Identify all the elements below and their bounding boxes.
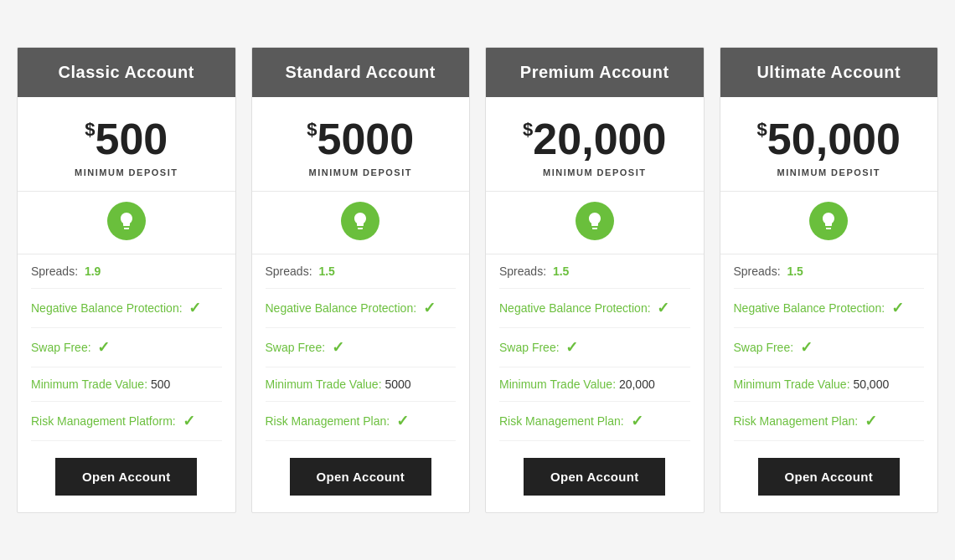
swap-free-row-standard: Swap Free: ✓ — [266, 328, 457, 367]
swap-free-row-classic: Swap Free: ✓ — [31, 328, 222, 367]
bulb-icon-premium — [576, 202, 614, 240]
features-list-premium: Spreads: 1.5 Negative Balance Protection… — [486, 254, 704, 441]
swap-free-check-classic: ✓ — [97, 338, 110, 357]
swap-free-label-premium: Swap Free: — [499, 341, 562, 354]
pricing-card-standard: Standard Account $ 5000 MINIMUM DEPOSIT … — [251, 47, 471, 513]
min-deposit-label-premium: MINIMUM DEPOSIT — [486, 167, 704, 191]
card-footer-ultimate: Open Account — [720, 441, 938, 512]
risk-mgmt-label-premium: Risk Management Plan: — [499, 414, 627, 428]
risk-mgmt-check-classic: ✓ — [183, 412, 195, 430]
spreads-value-premium: 1.5 — [553, 265, 569, 278]
open-account-button-premium[interactable]: Open Account — [524, 458, 665, 496]
card-amount-standard: $ 5000 — [252, 97, 470, 167]
bulb-icon-standard — [341, 202, 379, 240]
spreads-value-standard: 1.5 — [318, 265, 334, 278]
risk-mgmt-check-premium: ✓ — [631, 412, 643, 430]
risk-mgmt-row-classic: Risk Management Platform: ✓ — [31, 402, 222, 441]
spreads-label-premium: Spreads: — [499, 265, 550, 278]
card-footer-standard: Open Account — [252, 441, 470, 512]
min-trade-value-ultimate: 50,000 — [853, 378, 889, 391]
risk-mgmt-label-ultimate: Risk Management Plan: — [734, 414, 862, 428]
swap-free-label-standard: Swap Free: — [266, 341, 328, 354]
open-account-button-classic[interactable]: Open Account — [55, 458, 197, 496]
card-amount-classic: $ 500 — [18, 97, 235, 167]
risk-mgmt-row-ultimate: Risk Management Plan: ✓ — [734, 402, 925, 441]
min-trade-label-standard: Minimum Trade Value: — [266, 378, 385, 391]
bulb-icon-classic — [107, 202, 146, 240]
negative-balance-row-ultimate: Negative Balance Protection: ✓ — [734, 289, 925, 328]
negative-balance-check-ultimate: ✓ — [891, 299, 904, 317]
negative-balance-check-standard: ✓ — [423, 299, 436, 317]
spreads-label-classic: Spreads: — [31, 265, 81, 278]
amount-number-classic: 500 — [95, 117, 168, 161]
icon-row-ultimate — [720, 191, 938, 254]
bulb-svg-premium — [585, 211, 605, 231]
card-amount-ultimate: $ 50,000 — [720, 97, 938, 167]
spreads-row-standard: Spreads: 1.5 — [266, 254, 457, 289]
bulb-icon-ultimate — [809, 202, 848, 240]
risk-mgmt-check-ultimate: ✓ — [865, 412, 877, 430]
currency-sign-classic: $ — [85, 121, 95, 139]
swap-free-check-ultimate: ✓ — [800, 338, 813, 357]
spreads-value-ultimate: 1.5 — [787, 265, 803, 278]
currency-sign-standard: $ — [307, 121, 317, 139]
spreads-value-classic: 1.9 — [85, 265, 101, 278]
min-trade-label-classic: Minimum Trade Value: — [31, 378, 151, 391]
card-header-standard: Standard Account — [252, 48, 470, 97]
open-account-button-ultimate[interactable]: Open Account — [758, 458, 900, 496]
card-footer-premium: Open Account — [486, 441, 704, 512]
features-list-standard: Spreads: 1.5 Negative Balance Protection… — [252, 254, 470, 441]
swap-free-row-premium: Swap Free: ✓ — [499, 328, 690, 367]
icon-row-classic — [18, 191, 235, 254]
risk-mgmt-label-classic: Risk Management Platform: — [31, 414, 179, 428]
card-header-classic: Classic Account — [18, 48, 235, 97]
spreads-row-classic: Spreads: 1.9 — [31, 254, 222, 289]
icon-row-premium — [486, 191, 704, 254]
pricing-card-premium: Premium Account $ 20,000 MINIMUM DEPOSIT… — [485, 47, 705, 513]
negative-balance-label-ultimate: Negative Balance Protection: — [734, 301, 888, 315]
min-trade-label-ultimate: Minimum Trade Value: — [734, 378, 854, 391]
min-deposit-label-ultimate: MINIMUM DEPOSIT — [720, 167, 938, 191]
swap-free-check-standard: ✓ — [332, 338, 344, 357]
min-trade-value-classic: 500 — [151, 378, 170, 391]
card-header-ultimate: Ultimate Account — [720, 48, 938, 97]
swap-free-row-ultimate: Swap Free: ✓ — [734, 328, 925, 367]
pricing-card-ultimate: Ultimate Account $ 50,000 MINIMUM DEPOSI… — [720, 47, 939, 513]
negative-balance-label-standard: Negative Balance Protection: — [266, 301, 420, 315]
min-trade-value-standard: 5000 — [385, 378, 410, 391]
min-deposit-label-classic: MINIMUM DEPOSIT — [18, 167, 235, 191]
card-footer-classic: Open Account — [18, 441, 235, 512]
features-list-classic: Spreads: 1.9 Negative Balance Protection… — [18, 254, 235, 441]
negative-balance-row-standard: Negative Balance Protection: ✓ — [266, 289, 457, 328]
risk-mgmt-label-standard: Risk Management Plan: — [266, 414, 394, 428]
risk-mgmt-row-standard: Risk Management Plan: ✓ — [266, 402, 457, 441]
spreads-label-ultimate: Spreads: — [734, 265, 784, 278]
swap-free-check-premium: ✓ — [565, 338, 578, 357]
swap-free-label-ultimate: Swap Free: — [734, 341, 797, 354]
negative-balance-check-classic: ✓ — [188, 299, 201, 317]
spreads-label-standard: Spreads: — [266, 265, 316, 278]
risk-mgmt-check-standard: ✓ — [396, 412, 409, 430]
pricing-container: Classic Account $ 500 MINIMUM DEPOSIT Sp… — [17, 47, 938, 513]
min-trade-row-standard: Minimum Trade Value: 5000 — [266, 367, 457, 402]
spreads-row-ultimate: Spreads: 1.5 — [734, 254, 925, 289]
negative-balance-row-premium: Negative Balance Protection: ✓ — [499, 289, 690, 328]
min-trade-label-premium: Minimum Trade Value: — [499, 378, 619, 391]
min-deposit-label-standard: MINIMUM DEPOSIT — [252, 167, 470, 191]
card-header-premium: Premium Account — [486, 48, 704, 97]
min-trade-value-premium: 20,000 — [619, 378, 655, 391]
risk-mgmt-row-premium: Risk Management Plan: ✓ — [499, 402, 690, 441]
min-trade-row-ultimate: Minimum Trade Value: 50,000 — [734, 367, 925, 402]
pricing-card-classic: Classic Account $ 500 MINIMUM DEPOSIT Sp… — [17, 47, 236, 513]
swap-free-label-classic: Swap Free: — [31, 341, 94, 354]
card-amount-premium: $ 20,000 — [486, 97, 704, 167]
negative-balance-row-classic: Negative Balance Protection: ✓ — [31, 289, 222, 328]
open-account-button-standard[interactable]: Open Account — [290, 458, 431, 496]
currency-sign-ultimate: $ — [757, 121, 767, 139]
negative-balance-label-premium: Negative Balance Protection: — [499, 301, 653, 315]
negative-balance-label-classic: Negative Balance Protection: — [31, 301, 185, 315]
spreads-row-premium: Spreads: 1.5 — [499, 254, 690, 289]
negative-balance-check-premium: ✓ — [657, 299, 669, 317]
icon-row-standard — [252, 191, 470, 254]
bulb-svg-standard — [350, 211, 370, 231]
